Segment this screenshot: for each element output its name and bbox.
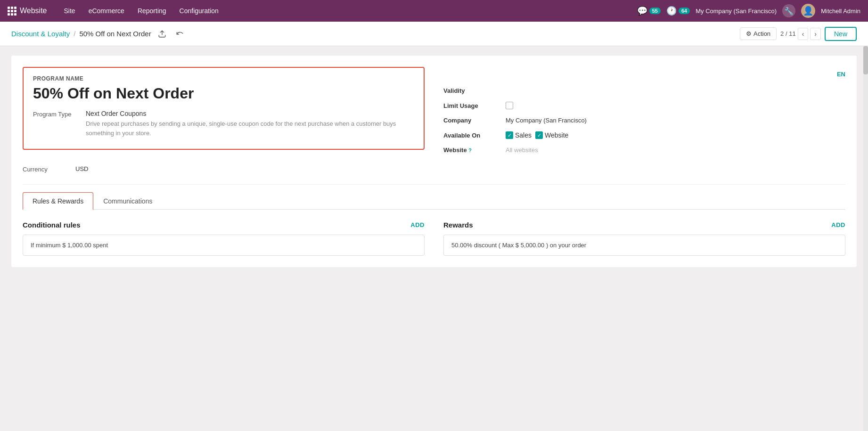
company-field-value[interactable]: My Company (San Francisco): [506, 117, 587, 124]
breadcrumb-left: Discount & Loyalty / 50% Off on Next Ord…: [11, 28, 187, 40]
gear-icon: ⚙: [746, 30, 752, 37]
company-row: Company My Company (San Francisco): [443, 117, 845, 124]
clock-badge: 64: [679, 8, 690, 14]
tabs-container: Rules & Rewards Communications Condition…: [23, 184, 845, 256]
clock-icon: 🕐: [666, 6, 677, 16]
breadcrumb-current: 50% Off on Next Order: [79, 30, 151, 38]
limit-usage-row: Limit Usage: [443, 102, 845, 109]
upload-icon[interactable]: [155, 28, 169, 40]
action-button[interactable]: ⚙ Action: [740, 27, 777, 40]
chat-badge: 55: [649, 8, 661, 14]
rewards-add-button[interactable]: ADD: [831, 221, 845, 228]
navbar-menu: Site eCommerce Reporting Configuration: [58, 4, 633, 17]
breadcrumb-actions: ⚙ Action 2 / 11 ‹ › New: [740, 27, 857, 41]
form-top: Program Name 50% Off on Next Order Progr…: [23, 67, 845, 173]
website-field-label: Website ?: [443, 146, 500, 154]
tab-content: Conditional rules ADD If minimum $ 1,000…: [23, 221, 845, 256]
validity-row: Validity: [443, 87, 845, 94]
currency-row: Currency USD: [23, 157, 425, 173]
new-button[interactable]: New: [825, 27, 857, 41]
reward-item[interactable]: 50.00% discount ( Max $ 5,000.00 ) on yo…: [443, 235, 845, 256]
nav-site[interactable]: Site: [58, 4, 81, 17]
company-label: My Company (San Francisco): [696, 8, 777, 15]
tabs: Rules & Rewards Communications: [23, 192, 845, 210]
scrollbar-thumb[interactable]: [863, 46, 868, 74]
validity-label: Validity: [443, 87, 500, 94]
website-checkbox[interactable]: ✓: [535, 131, 543, 139]
nav-reporting[interactable]: Reporting: [132, 4, 172, 17]
tab-communications[interactable]: Communications: [93, 192, 162, 210]
scrollbar-track: [863, 46, 868, 431]
breadcrumb-bar: Discount & Loyalty / 50% Off on Next Ord…: [0, 22, 868, 46]
program-name-value[interactable]: 50% Off on Next Order: [33, 85, 414, 102]
limit-usage-checkbox[interactable]: [506, 102, 513, 109]
sales-option: ✓ Sales: [506, 131, 532, 139]
nav-ecommerce[interactable]: eCommerce: [83, 4, 130, 17]
tab-rules-rewards[interactable]: Rules & Rewards: [23, 192, 93, 210]
right-column: EN Validity Limit Usage Company My Compa…: [443, 67, 845, 173]
available-on-options: ✓ Sales ✓ Website: [506, 131, 568, 139]
conditional-rules-section: Conditional rules ADD If minimum $ 1,000…: [23, 221, 425, 256]
currency-label: Currency: [23, 165, 70, 173]
conditional-rules-add-button[interactable]: ADD: [410, 221, 425, 228]
available-on-row: Available On ✓ Sales ✓ Website: [443, 131, 845, 139]
avatar[interactable]: 👤: [801, 4, 815, 18]
nav-next-button[interactable]: ›: [810, 28, 821, 40]
program-type-row: Program Type Next Order Coupons Drive re…: [33, 110, 414, 138]
rewards-title: Rewards: [443, 221, 473, 229]
chat-button[interactable]: 💬 55: [637, 6, 661, 16]
clock-button[interactable]: 🕐 64: [666, 6, 690, 16]
sales-label: Sales: [515, 131, 532, 139]
website-help-icon[interactable]: ?: [468, 147, 472, 153]
navbar-right: 💬 55 🕐 64 My Company (San Francisco) 🔧 👤…: [637, 4, 860, 18]
program-name-field-label: Program Name: [33, 75, 414, 82]
user-name: Mitchell Admin: [821, 8, 860, 15]
website-row: Website ? All websites: [443, 146, 845, 154]
conditional-rule-item[interactable]: If minimum $ 1,000.00 spent: [23, 235, 425, 256]
lang-badge[interactable]: EN: [443, 71, 845, 78]
website-field-value[interactable]: All websites: [506, 146, 538, 154]
nav-prev-button[interactable]: ‹: [798, 28, 809, 40]
top-navbar: Website Site eCommerce Reporting Configu…: [0, 0, 868, 22]
grid-icon[interactable]: [8, 7, 16, 16]
app-brand[interactable]: Website: [8, 7, 47, 16]
main-content: Program Name 50% Off on Next Order Progr…: [0, 46, 868, 431]
breadcrumb-separator: /: [74, 30, 75, 38]
currency-value[interactable]: USD: [75, 165, 88, 172]
left-column: Program Name 50% Off on Next Order Progr…: [23, 67, 425, 173]
nav-controls: 2 / 11 ‹ ›: [780, 28, 821, 40]
conditional-rules-header: Conditional rules ADD: [23, 221, 425, 229]
rewards-section: Rewards ADD 50.00% discount ( Max $ 5,00…: [443, 221, 845, 256]
available-on-label: Available On: [443, 132, 500, 139]
undo-icon[interactable]: [173, 28, 187, 40]
sales-checkbox[interactable]: ✓: [506, 131, 513, 139]
conditional-rule-text: If minimum $ 1,000.00 spent: [31, 242, 108, 249]
program-type-desc: Drive repeat purchases by sending a uniq…: [86, 119, 414, 138]
company-field-label: Company: [443, 117, 500, 124]
reward-text: 50.00% discount ( Max $ 5,000.00 ) on yo…: [451, 242, 586, 249]
program-type-label: Program Type: [33, 110, 80, 118]
nav-configuration[interactable]: Configuration: [174, 4, 224, 17]
chat-icon: 💬: [637, 6, 647, 16]
action-label: Action: [753, 30, 770, 37]
conditional-rules-title: Conditional rules: [23, 221, 81, 229]
website-option: ✓ Website: [535, 131, 568, 139]
form-card: Program Name 50% Off on Next Order Progr…: [11, 56, 857, 267]
brand-name: Website: [20, 7, 47, 15]
program-type-value: Next Order Coupons: [86, 110, 414, 117]
limit-usage-label: Limit Usage: [443, 102, 500, 109]
website-label: Website: [545, 131, 568, 139]
breadcrumb-parent[interactable]: Discount & Loyalty: [11, 30, 70, 38]
tools-icon[interactable]: 🔧: [782, 4, 795, 17]
rewards-header: Rewards ADD: [443, 221, 845, 229]
program-name-box: Program Name 50% Off on Next Order Progr…: [23, 67, 425, 150]
nav-position: 2 / 11: [780, 30, 796, 37]
